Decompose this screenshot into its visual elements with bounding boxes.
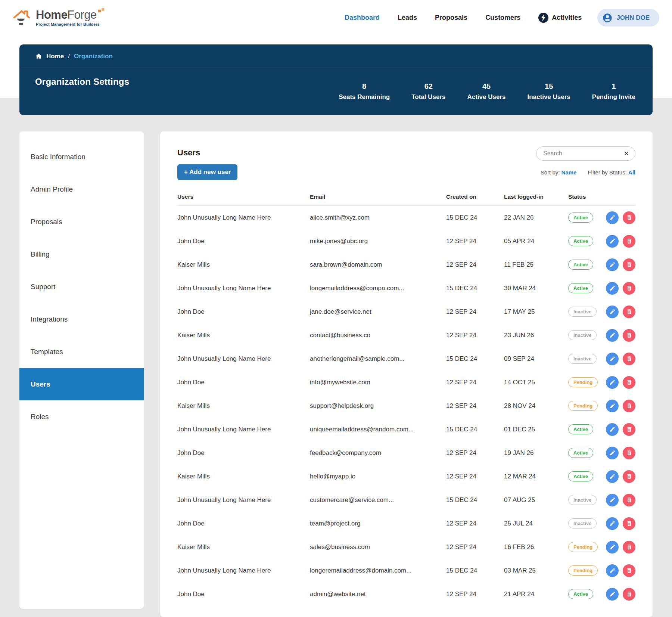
- filter-status-all-link[interactable]: All: [628, 169, 635, 176]
- search-clear-button[interactable]: ✕: [623, 150, 630, 158]
- user-last-login-date: 16 FEB 26: [504, 543, 568, 551]
- users-table-body: John Unusually Long Name Herealice.smith…: [177, 206, 635, 606]
- table-row: John Unusually Long Name Herecustomercar…: [177, 488, 635, 512]
- delete-user-button[interactable]: [623, 258, 635, 271]
- status-badge: Pending: [568, 377, 598, 387]
- sidebar-item-proposals[interactable]: Proposals: [19, 205, 144, 238]
- nav-activities[interactable]: Activities: [538, 13, 582, 23]
- edit-user-button[interactable]: [606, 211, 619, 224]
- delete-user-button[interactable]: [623, 353, 635, 365]
- row-actions: [604, 447, 635, 459]
- column-header-last-logged-in: Last logged-in: [504, 193, 568, 200]
- sidebar-item-templates[interactable]: Templates: [19, 335, 144, 368]
- nav-proposals[interactable]: Proposals: [435, 14, 467, 22]
- user-account-button[interactable]: JOHN DOE: [597, 9, 659, 27]
- edit-user-button[interactable]: [606, 376, 619, 389]
- user-last-login-date: 17 MAY 25: [504, 308, 568, 316]
- delete-user-button[interactable]: [623, 541, 635, 554]
- table-row: John Doemike.jones@abc.org12 SEP 2405 AP…: [177, 229, 635, 253]
- settings-sidebar: Basic InformationAdmin ProfileProposalsB…: [19, 131, 144, 609]
- status-badge: Inactive: [568, 330, 597, 340]
- sidebar-item-billing[interactable]: Billing: [19, 238, 144, 270]
- edit-user-button[interactable]: [606, 588, 619, 601]
- pencil-icon: [609, 403, 616, 409]
- row-actions: [604, 258, 635, 271]
- delete-user-button[interactable]: [623, 423, 635, 436]
- edit-user-button[interactable]: [606, 494, 619, 506]
- user-name: Kaiser Mills: [177, 402, 310, 410]
- user-account-label: JOHN DOE: [616, 14, 650, 22]
- table-row: John Doejane.doe@service.net12 SEP 2417 …: [177, 300, 635, 323]
- delete-user-button[interactable]: [623, 588, 635, 601]
- nav-leads[interactable]: Leads: [398, 14, 417, 22]
- sidebar-item-basic-information[interactable]: Basic Information: [19, 140, 144, 173]
- sidebar-item-integrations[interactable]: Integrations: [19, 303, 144, 335]
- column-header-status: Status: [568, 193, 604, 200]
- delete-user-button[interactable]: [623, 306, 635, 318]
- homeforge-logo[interactable]: HomeForge Project Management for Builder…: [11, 7, 101, 28]
- edit-user-button[interactable]: [606, 282, 619, 295]
- sidebar-item-users[interactable]: Users: [19, 368, 144, 400]
- table-row: Kaiser Millssupport@helpdesk.org12 SEP 2…: [177, 394, 635, 418]
- logo-name-bold: Home: [36, 9, 67, 21]
- nav-dashboard[interactable]: Dashboard: [345, 14, 380, 22]
- delete-user-button[interactable]: [623, 211, 635, 224]
- user-last-login-date: 14 OCT 25: [504, 379, 568, 386]
- edit-user-button[interactable]: [606, 423, 619, 436]
- trash-icon: [626, 308, 632, 315]
- delete-user-button[interactable]: [623, 517, 635, 530]
- breadcrumb-home-link[interactable]: Home: [46, 53, 64, 60]
- edit-user-button[interactable]: [606, 306, 619, 318]
- status-badge: Active: [568, 448, 593, 458]
- user-name: Kaiser Mills: [177, 332, 310, 339]
- sidebar-item-roles[interactable]: Roles: [19, 400, 144, 433]
- organization-header: Home / Organization Organization Setting…: [19, 44, 653, 115]
- edit-user-button[interactable]: [606, 258, 619, 271]
- edit-user-button[interactable]: [606, 541, 619, 554]
- status-cell: Inactive: [568, 330, 604, 340]
- user-email: longemailaddress@compa.com...: [310, 285, 446, 292]
- delete-user-button[interactable]: [623, 494, 635, 506]
- edit-user-button[interactable]: [606, 400, 619, 412]
- row-actions: [604, 494, 635, 506]
- status-cell: Inactive: [568, 354, 604, 364]
- user-email: support@helpdesk.org: [310, 402, 446, 410]
- delete-user-button[interactable]: [623, 376, 635, 389]
- breadcrumb-organization-link[interactable]: Organization: [74, 53, 113, 60]
- delete-user-button[interactable]: [623, 447, 635, 459]
- delete-user-button[interactable]: [623, 470, 635, 483]
- delete-user-button[interactable]: [623, 564, 635, 577]
- add-new-user-button[interactable]: + Add new user: [177, 164, 237, 180]
- user-name: John Doe: [177, 238, 310, 245]
- delete-user-button[interactable]: [623, 400, 635, 412]
- table-row: John Unusually Long Name Hereanotherlong…: [177, 347, 635, 370]
- pencil-icon: [609, 238, 616, 244]
- edit-user-button[interactable]: [606, 564, 619, 577]
- edit-user-button[interactable]: [606, 447, 619, 459]
- edit-user-button[interactable]: [606, 353, 619, 365]
- delete-user-button[interactable]: [623, 235, 635, 248]
- edit-user-button[interactable]: [606, 329, 619, 342]
- user-last-login-date: 25 JUL 24: [504, 520, 568, 527]
- sidebar-item-admin-profile[interactable]: Admin Profile: [19, 173, 144, 205]
- edit-user-button[interactable]: [606, 470, 619, 483]
- user-last-login-date: 30 MAR 24: [504, 285, 568, 292]
- sidebar-item-support[interactable]: Support: [19, 270, 144, 303]
- search-input[interactable]: [543, 150, 623, 157]
- stat-seats-remaining: 8Seats Remaining: [339, 82, 390, 101]
- edit-user-button[interactable]: [606, 517, 619, 530]
- user-email: admin@website.net: [310, 590, 446, 598]
- nav-label: Proposals: [435, 14, 467, 22]
- delete-user-button[interactable]: [623, 329, 635, 342]
- trash-icon: [626, 591, 632, 597]
- delete-user-button[interactable]: [623, 282, 635, 295]
- status-cell: Active: [568, 213, 604, 223]
- nav-customers[interactable]: Customers: [485, 14, 520, 22]
- sort-by-group: Sort by: Name: [541, 169, 577, 176]
- pencil-icon: [609, 591, 616, 597]
- row-actions: [604, 211, 635, 224]
- status-badge: Pending: [568, 565, 598, 576]
- edit-user-button[interactable]: [606, 235, 619, 248]
- sort-by-name-link[interactable]: Name: [561, 169, 577, 176]
- table-row: Kaiser Millssales@business.com12 SEP 241…: [177, 535, 635, 559]
